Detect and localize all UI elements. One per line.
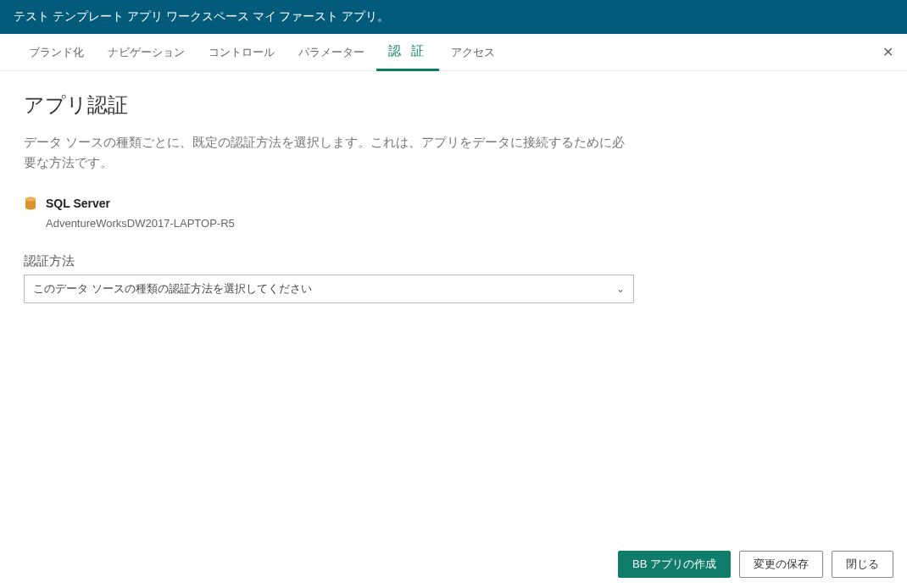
page-title: アプリ認証	[24, 92, 883, 119]
svg-point-1	[25, 197, 36, 202]
page-description: データ ソースの種類ごとに、既定の認証方法を選択します。これは、アプリをデータに…	[24, 132, 634, 173]
data-source-section: SQL Server AdventureWorksDW2017-LAPTOP-R…	[24, 197, 883, 230]
auth-method-label: 認証方法	[24, 253, 883, 269]
auth-method-select[interactable]: このデータ ソースの種類の認証方法を選択してください ⌄	[24, 275, 634, 303]
header-bar: テスト テンプレート アプリ ワークスペース マイ ファースト アプリ。	[0, 0, 907, 34]
tab-navigation[interactable]: ナビゲーション	[96, 34, 197, 71]
tab-access[interactable]: アクセス	[439, 34, 507, 71]
data-source-detail: AdventureWorksDW2017-LAPTOP-R5	[46, 217, 883, 230]
tab-control[interactable]: コントロール	[197, 34, 287, 71]
tabs-row: ブランド化 ナビゲーション コントロール パラメーター 認 証 アクセス ✕	[0, 34, 907, 71]
database-icon	[24, 197, 37, 210]
save-changes-button[interactable]: 変更の保存	[739, 551, 823, 578]
footer-actions: BB アプリの作成 変更の保存 閉じる	[0, 541, 907, 588]
data-source-name: SQL Server	[46, 197, 110, 210]
header-title: テスト テンプレート アプリ ワークスペース マイ ファースト アプリ。	[14, 9, 389, 25]
create-app-button[interactable]: BB アプリの作成	[618, 551, 731, 578]
tab-parameters[interactable]: パラメーター	[287, 34, 376, 71]
data-source-header: SQL Server	[24, 197, 883, 210]
auth-method-placeholder: このデータ ソースの種類の認証方法を選択してください	[33, 281, 312, 297]
chevron-down-icon: ⌄	[616, 283, 625, 295]
close-button[interactable]: 閉じる	[832, 551, 893, 578]
tab-auth[interactable]: 認 証	[376, 34, 439, 71]
tab-branding[interactable]: ブランド化	[17, 34, 96, 71]
content-area: アプリ認証 データ ソースの種類ごとに、既定の認証方法を選択します。これは、アプ…	[0, 71, 907, 541]
close-icon[interactable]: ✕	[882, 44, 893, 60]
